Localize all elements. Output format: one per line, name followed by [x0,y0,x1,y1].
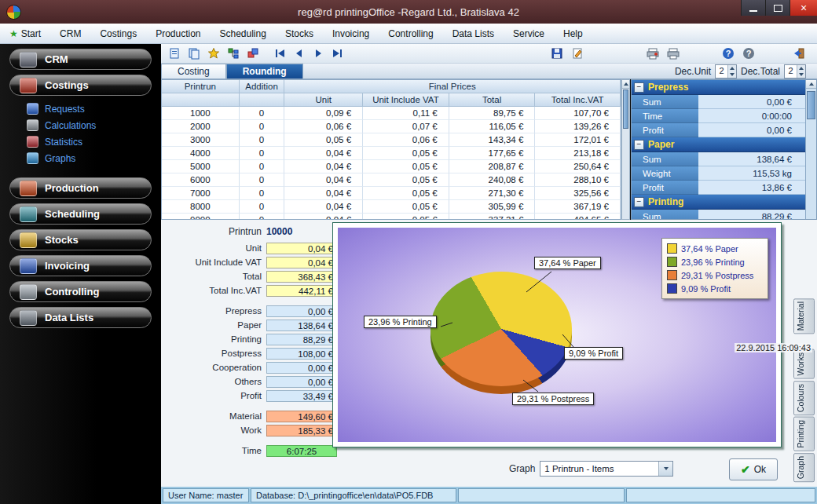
work-field[interactable]: 185,33 € [266,425,337,436]
prices-table: Printrun Addition Final Prices Unit Unit… [161,79,621,220]
paper-field[interactable]: 138,64 € [266,320,337,331]
next-record-button[interactable] [310,46,327,61]
col-final-prices: Final Prices [284,80,621,93]
legend-item-profit: 9,09 % Profit [667,282,763,295]
side-tab-graph[interactable]: Graph [793,453,815,482]
table-row[interactable]: 800000,04 €0,05 €305,99 €367,19 € [162,200,621,214]
others-label: Others [161,377,266,386]
time-field[interactable]: 6:07:25 [266,445,337,457]
table-row[interactable]: 200000,06 €0,07 €116,05 €139,26 € [162,120,621,133]
unit-include-vat-field[interactable]: 0,04 € [266,257,337,268]
menu-stocks[interactable]: Stocks [285,28,313,39]
first-record-button[interactable] [272,46,289,61]
sidebar-item-crm[interactable]: CRM [9,49,152,70]
save-button[interactable] [548,46,566,61]
print-setup-button[interactable] [644,46,661,61]
sidebar-subitem-graphs[interactable]: Graphs [0,150,161,166]
sidebar-item-controlling[interactable]: Controlling [9,281,152,302]
status-user: User Name: master [163,488,249,502]
collapse-button[interactable]: − [634,82,644,93]
sidebar-item-invoicing[interactable]: Invoicing [9,255,152,276]
printing-field[interactable]: 88,29 € [266,334,337,345]
menu-costings[interactable]: Costings [100,28,137,39]
total-field[interactable]: 368,43 € [266,271,337,283]
table-row[interactable]: 500000,04 €0,05 €208,87 €250,64 € [162,160,621,173]
paper-weight-row: Weight115,53 kg [632,166,806,181]
maximize-button[interactable] [765,0,790,16]
postpress-field[interactable]: 108,00 € [266,348,337,360]
print-button[interactable] [665,46,682,61]
tab-costing[interactable]: Costing [161,64,226,79]
sidebar-item-scheduling[interactable]: Scheduling [9,203,152,225]
minimize-button[interactable] [741,0,765,16]
exit-button[interactable] [790,46,808,61]
unit-field[interactable]: 0,04 € [266,243,337,254]
table-row[interactable]: 700000,04 €0,05 €271,30 €325,56 € [162,187,621,200]
table-row[interactable]: 300000,05 €0,06 €143,34 €172,01 € [162,133,621,147]
menu-production[interactable]: Production [156,28,200,39]
others-field[interactable]: 0,00 € [266,376,337,388]
menu-data-lists[interactable]: Data Lists [452,28,494,39]
sidebar-item-stocks[interactable]: Stocks [9,229,152,250]
sidebar-subitem-requests[interactable]: Requests [0,100,161,117]
side-tab-material[interactable]: Material [793,298,815,334]
menu-crm[interactable]: CRM [60,28,81,39]
dec-total-spinner[interactable]: 2 [784,64,806,79]
table-row[interactable]: 900000,04 €0,05 €337,21 €404,65 € [162,214,621,220]
menu-controlling[interactable]: Controlling [388,28,433,39]
side-tab-printing[interactable]: Printing [793,417,815,451]
help-button[interactable]: ? [720,46,737,61]
new-document-button[interactable] [166,46,183,61]
favorites-star-button[interactable] [205,46,222,61]
side-tab-works[interactable]: Works [793,349,815,379]
collapse-button[interactable]: − [634,140,644,150]
collapse-button[interactable]: − [634,197,644,207]
menu-bar: ★StartCRMCostingsProductionSchedulingSto… [0,24,817,44]
dec-unit-spinner[interactable]: 2 [715,64,737,79]
sidebar-subitem-statistics[interactable]: Statistics [0,133,161,150]
table-scrollbar[interactable] [621,79,630,220]
printrun-value: 10000 [266,226,292,237]
legend-item-printing: 23,96 % Printing [667,255,763,268]
paper-label: Paper [161,320,266,330]
chart-callout: 9,09 % Profit [564,347,623,360]
section-header-paper: −Paper [632,137,806,152]
work-label: Work [161,425,266,435]
total-label: Total [161,272,266,281]
side-tab-colours[interactable]: Colours [793,381,815,415]
tree-structure-button[interactable] [225,46,242,61]
menu-scheduling[interactable]: Scheduling [220,28,266,39]
link-button[interactable] [244,46,262,61]
last-record-button[interactable] [328,46,346,61]
table-row[interactable]: 600000,04 €0,05 €240,08 €288,10 € [162,173,621,187]
copy-document-button[interactable] [185,46,203,61]
material-field[interactable]: 149,60 € [266,411,337,422]
profit-field[interactable]: 33,49 € [266,390,337,402]
graph-select[interactable]: 1 Printrun - Items [540,461,673,477]
application-window: reg@rd printingOffice -Regard Ltd., Brat… [0,0,817,504]
data-lists-icon [20,310,37,326]
sidebar-subitem-calculations[interactable]: Calculations [0,117,161,133]
combo-arrow-icon[interactable] [658,462,672,476]
edit-button[interactable] [569,46,586,61]
close-button[interactable]: × [790,0,817,16]
sidebar-item-data-lists[interactable]: Data Lists [9,307,152,328]
cost-summary-panel: −PrepressSum0,00 €Time0:00:00Profit0,00 … [631,79,817,220]
previous-record-button[interactable] [291,46,308,61]
about-button[interactable]: ? [740,46,757,61]
total-inc-vat-field[interactable]: 442,11 € [266,285,337,297]
menu-help[interactable]: Help [563,28,583,39]
cooperation-field[interactable]: 0,00 € [266,362,337,374]
table-row[interactable]: 400000,04 €0,05 €177,65 €213,18 € [162,147,621,160]
menu-invoicing[interactable]: Invoicing [332,28,369,39]
ok-button[interactable]: ✔ Ok [729,458,778,480]
prepress-field[interactable]: 0,00 € [266,305,337,317]
sidebar-item-production[interactable]: Production [9,177,152,199]
table-row[interactable]: 100000,09 €0,11 €89,75 €107,70 € [162,107,621,120]
summary-scrollbar[interactable] [805,80,816,219]
tab-rounding[interactable]: Rounding [226,64,303,79]
menu-service[interactable]: Service [513,28,544,39]
sidebar-item-costings[interactable]: Costings [9,75,152,96]
crm-icon [20,52,37,68]
menu-start[interactable]: ★Start [9,28,41,39]
